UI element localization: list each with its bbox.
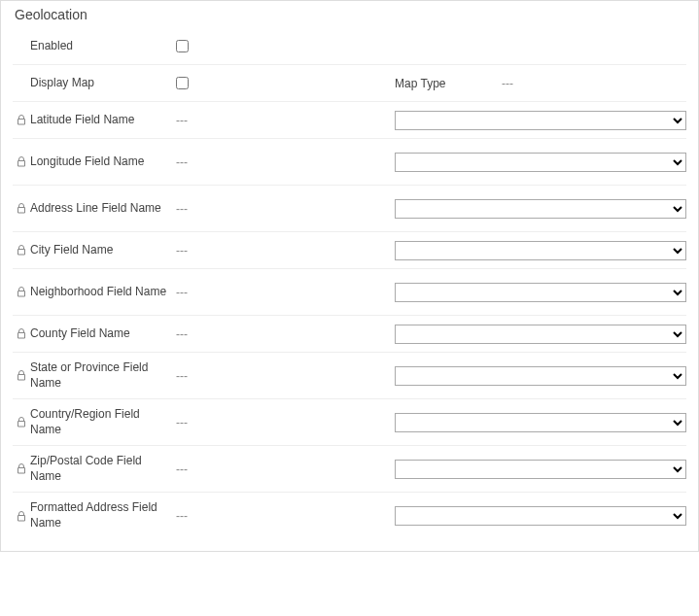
select-zip[interactable] <box>395 460 686 479</box>
lock-icon <box>17 463 26 474</box>
value-zip: --- <box>176 462 366 476</box>
row-address-line: Address Line Field Name --- <box>13 186 686 232</box>
label-city: City Field Name <box>30 243 176 258</box>
select-formatted[interactable] <box>395 506 686 526</box>
row-latitude: Latitude Field Name --- <box>13 102 686 139</box>
row-enabled: Enabled <box>13 28 686 65</box>
label-display-map: Display Map <box>30 76 176 91</box>
lock-icon <box>17 156 26 167</box>
row-neighborhood: Neighborhood Field Name --- <box>13 269 686 316</box>
select-longitude[interactable] <box>395 153 686 172</box>
row-zip: Zip/Postal Code Field Name --- <box>13 446 686 493</box>
label-state: State or Province Field Name <box>30 360 176 391</box>
value-city: --- <box>176 244 366 257</box>
label-neighborhood: Neighborhood Field Name <box>30 285 176 300</box>
row-county: County Field Name --- <box>13 316 686 353</box>
label-county: County Field Name <box>30 326 176 342</box>
lock-icon <box>17 370 26 381</box>
value-country: --- <box>176 416 366 429</box>
checkbox-enabled[interactable] <box>176 40 189 52</box>
panel-title: Geolocation <box>13 7 686 22</box>
row-longitude: Longitude Field Name --- <box>13 139 686 186</box>
select-county[interactable] <box>395 325 686 344</box>
lock-icon <box>17 245 26 256</box>
lock-icon <box>17 203 26 214</box>
label-country: Country/Region Field Name <box>30 407 176 437</box>
checkbox-display-map[interactable] <box>176 77 189 89</box>
label-address-line: Address Line Field Name <box>30 201 176 217</box>
label-latitude: Latitude Field Name <box>30 113 176 128</box>
select-city[interactable] <box>395 241 686 260</box>
value-map-type: --- <box>502 77 513 90</box>
lock-icon <box>17 287 26 297</box>
select-country[interactable] <box>395 413 686 432</box>
lock-icon <box>17 417 26 428</box>
lock-icon <box>17 115 26 125</box>
row-formatted: Formatted Address Field Name --- <box>13 493 686 539</box>
select-neighborhood[interactable] <box>395 283 686 302</box>
row-city: City Field Name --- <box>13 232 686 269</box>
label-map-type: Map Type <box>366 77 502 90</box>
lock-icon <box>17 511 26 522</box>
value-county: --- <box>176 327 366 341</box>
value-latitude: --- <box>176 114 366 127</box>
lock-icon <box>17 328 26 339</box>
row-state: State or Province Field Name --- <box>13 353 686 399</box>
value-neighborhood: --- <box>176 286 366 299</box>
value-state: --- <box>176 369 366 383</box>
row-country: Country/Region Field Name --- <box>13 399 686 446</box>
value-address-line: --- <box>176 202 366 216</box>
row-display-map: Display Map Map Type --- <box>13 65 686 102</box>
select-latitude[interactable] <box>395 111 686 130</box>
select-state[interactable] <box>395 366 686 386</box>
label-longitude: Longitude Field Name <box>30 154 176 170</box>
select-address-line[interactable] <box>395 199 686 219</box>
label-formatted: Formatted Address Field Name <box>30 500 176 530</box>
value-longitude: --- <box>176 155 366 169</box>
label-enabled: Enabled <box>30 39 176 54</box>
geolocation-panel: Geolocation Enabled Display Map Map Type… <box>0 0 699 552</box>
value-formatted: --- <box>176 509 366 523</box>
label-zip: Zip/Postal Code Field Name <box>30 454 176 484</box>
